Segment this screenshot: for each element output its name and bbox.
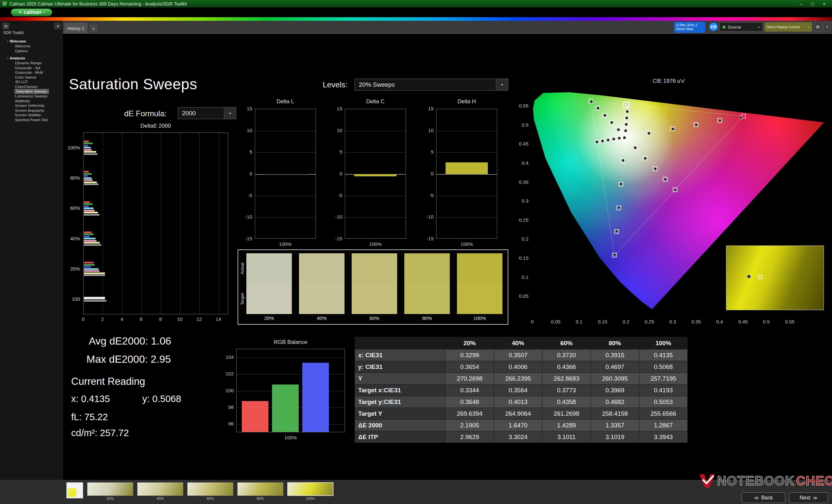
sidebar-item-luminance-sweeps[interactable]: Luminance Sweeps	[15, 94, 62, 99]
table-cell: 0.4193	[639, 385, 688, 396]
maximize-button[interactable]: □	[807, 1, 818, 6]
table-row-y: Y270.2698266.2395262.8683260.3095257.719…	[355, 373, 688, 385]
de-formula-dropdown[interactable]: 2000 ▾	[178, 107, 236, 119]
current-y-readout: y: 0.5068	[142, 394, 181, 404]
y-axis-tick-label: 100	[216, 388, 234, 393]
sidebar-collapse-button[interactable]: ◀	[54, 23, 61, 29]
sidebar-item-options[interactable]: Options	[15, 49, 62, 54]
sidebar-item-3d-lut[interactable]: 3D LUT	[15, 80, 62, 84]
table-cell: 0.3969	[591, 385, 639, 396]
sidebar-item-grayscale-2pt[interactable]: Grayscale - 2pt	[15, 65, 62, 71]
levels-dropdown[interactable]: 20% Sweeps ▾	[355, 79, 508, 91]
bar-green	[84, 203, 93, 205]
delta-h-bar	[446, 162, 488, 174]
gridline	[219, 133, 219, 314]
measurement-table: 20%40%60%80%100%x: CIE310.32990.35070.37…	[355, 337, 688, 443]
y-axis-tick-label: 0	[416, 171, 434, 176]
sidebar-item-spectral-power-dist[interactable]: Spectral Power Dist.	[15, 117, 62, 122]
pattern-thumbnail-40%[interactable]	[137, 482, 183, 496]
y-axis-tick-label: 0.25	[519, 217, 528, 223]
y-axis-group-label: 60%	[60, 205, 80, 211]
gridline	[345, 217, 406, 218]
sidebar-item-additivity[interactable]: Additivity	[15, 99, 62, 104]
meter-button[interactable]: X-Rite i1Pro 2 Direct View	[674, 22, 705, 33]
y-axis-tick-label: 0.3	[522, 198, 528, 204]
measured-point-green	[603, 114, 606, 117]
table-cell: 2.9629	[446, 431, 494, 443]
tree-caret-icon: ▾	[7, 40, 8, 43]
measured-point-red	[719, 119, 722, 122]
thumb-column: 20%	[87, 482, 133, 500]
sidebar-item-saturation-sweeps[interactable]: Saturation Sweeps	[15, 89, 49, 94]
sidebar-item-color-gamut[interactable]: Color Gamut	[15, 75, 62, 80]
notebookcheck-watermark: NOTEBOOK CHECK	[699, 472, 832, 489]
gridline	[255, 196, 316, 196]
bar-white	[84, 297, 105, 300]
pattern-window-thumbnail[interactable]	[66, 482, 83, 499]
y-axis-tick-label: 5	[325, 149, 342, 155]
sidebar-item-welcome[interactable]: Welcome	[15, 44, 62, 49]
target-swatch-60%	[352, 283, 397, 314]
sidebar-item-screen-uniformity[interactable]: Screen Uniformity	[15, 103, 62, 108]
sidebar-item-screen-stability[interactable]: Screen Stability	[15, 113, 62, 117]
sidebar-panel-button[interactable]: ▤	[3, 23, 9, 29]
pattern-thumbnail-100%[interactable]	[287, 482, 334, 496]
gridline	[255, 217, 316, 218]
display-control-dropdown[interactable]: Direct Display Control ▾	[764, 22, 812, 31]
sidebar-item-dynamic-range[interactable]: Dynamic Range	[15, 61, 62, 65]
target-swatch-20%	[246, 283, 292, 314]
chevron-down-icon: ▾	[43, 11, 45, 14]
pattern-thumbnail-60%[interactable]	[187, 482, 233, 496]
zoom-measured-point	[747, 274, 751, 279]
target-swatch-40%	[299, 283, 344, 314]
next-button[interactable]: Next ≫	[789, 492, 828, 503]
table-cell: 3.3024	[494, 431, 542, 443]
sidebar-section-welcome[interactable]: ▾Welcome	[7, 39, 62, 43]
sidebar-section-analysis[interactable]: ▾Analysis	[7, 56, 62, 60]
measured-point-blue	[620, 183, 622, 186]
x-axis-tick-label: 0.5	[763, 319, 770, 325]
bar-blue	[84, 175, 88, 177]
delta-c-bar	[354, 174, 396, 176]
sidebar-item-colorchecker[interactable]: ColorChecker	[15, 84, 62, 89]
source-status-dot	[723, 26, 725, 29]
source-dropdown[interactable]: Source ▾	[720, 22, 762, 31]
table-cell: 0.3344	[446, 385, 494, 396]
bar-gray	[84, 244, 101, 246]
thumbnail-label: 80%	[257, 497, 264, 500]
meter-count-badge[interactable]: 235	[709, 22, 718, 31]
x-axis-tick-label: 0.55	[785, 319, 794, 325]
sidebar-item-screen-angularity[interactable]: Screen Angularity	[15, 108, 62, 113]
table-cell: 0.3773	[542, 385, 591, 396]
minimize-button[interactable]: –	[795, 1, 807, 6]
bar-blue	[84, 145, 88, 146]
table-cell: 258.4158	[591, 408, 639, 420]
help-button[interactable]: ?	[823, 22, 830, 31]
x-axis-category-label: 100%	[255, 241, 316, 247]
sidebar-item-grayscale-multi[interactable]: Grayscale - Multi	[15, 70, 62, 75]
bar-red	[84, 231, 92, 233]
bar-blue	[84, 236, 90, 237]
settings-gear-button[interactable]: ⚙	[814, 22, 822, 31]
calman-menu-button[interactable]: ⚙ calman ▾	[11, 8, 52, 16]
tab-history-1[interactable]: History 1	[64, 23, 87, 34]
levels-value: 20% Sweeps	[355, 79, 496, 90]
back-button[interactable]: ≪ Back	[742, 492, 785, 503]
bar-green	[84, 264, 95, 265]
pattern-thumbnail-80%[interactable]	[237, 482, 283, 496]
add-tab-button[interactable]: +	[89, 24, 98, 32]
chevron-down-icon: ▾	[808, 25, 810, 29]
measured-point-yellow	[625, 123, 628, 126]
bar-red	[84, 262, 94, 263]
close-button[interactable]: ×	[818, 1, 830, 6]
table-cell: 0.3299	[446, 349, 494, 361]
x-axis-tick-label: 0.4	[716, 319, 723, 325]
bar-cyan	[84, 147, 91, 148]
back-icon: ≪	[754, 495, 759, 500]
row-label: Target x:CIE31	[355, 385, 446, 396]
pattern-thumbnail-20%[interactable]	[87, 482, 133, 496]
section-label: Welcome	[10, 39, 26, 43]
notebookcheck-logo-icon	[699, 472, 716, 489]
bar-cyan	[84, 177, 92, 179]
thumb-column: 60%	[187, 482, 233, 500]
